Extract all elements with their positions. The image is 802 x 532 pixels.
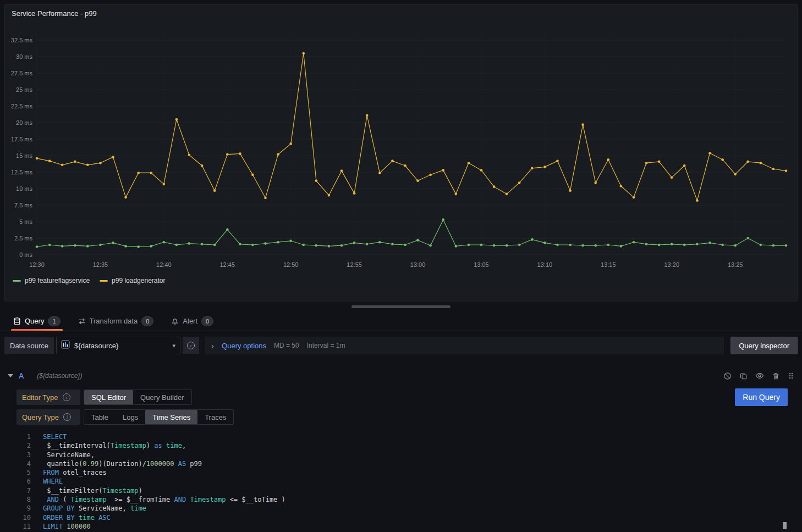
tab-count-badge: 0 bbox=[201, 316, 213, 326]
series-point bbox=[493, 185, 496, 188]
datasource-picker[interactable]: ${datasource} ▾ bbox=[56, 337, 180, 354]
chart-legend: p99 featureflagservice p99 loadgenerator bbox=[5, 276, 797, 284]
panel-header: Service Performance - p99 bbox=[5, 5, 797, 21]
radio-table[interactable]: Table bbox=[84, 410, 116, 424]
tab-transform-data[interactable]: Transform data 0 bbox=[70, 311, 162, 331]
radio-sql-editor[interactable]: SQL Editor bbox=[84, 390, 133, 404]
duplicate-query-button[interactable] bbox=[739, 372, 748, 380]
x-axis-tick-label: 13:20 bbox=[664, 261, 679, 268]
datasource-help-button[interactable]: i bbox=[183, 337, 199, 354]
series-point bbox=[416, 239, 419, 242]
tab-alert[interactable]: Alert 0 bbox=[163, 311, 221, 331]
info-icon: i bbox=[187, 342, 195, 349]
collapse-query-icon[interactable] bbox=[8, 374, 13, 377]
radio-time-series[interactable]: Time Series bbox=[145, 410, 197, 424]
series-point bbox=[708, 242, 711, 244]
series-point bbox=[442, 218, 444, 221]
x-axis-tick-label: 13:25 bbox=[728, 261, 743, 268]
radio-traces[interactable]: Traces bbox=[197, 410, 233, 424]
code-line-content: ORDER BY time ASC bbox=[43, 513, 111, 522]
y-axis-tick-label: 0 ms bbox=[19, 251, 32, 258]
series-point bbox=[429, 174, 432, 177]
tab-count-badge: 1 bbox=[48, 316, 60, 326]
code-line[interactable]: 4 quantile(0.99)(Duration)/1000000 AS p9… bbox=[17, 459, 788, 468]
series-point bbox=[455, 245, 458, 248]
series-point bbox=[480, 244, 483, 246]
code-line[interactable]: 1SELECT bbox=[17, 432, 788, 441]
series-point bbox=[264, 242, 267, 245]
series-point bbox=[61, 164, 64, 167]
y-axis-tick-label: 7.5 ms bbox=[14, 202, 33, 209]
line-number: 5 bbox=[17, 468, 43, 477]
code-line[interactable]: 10ORDER BY time ASC bbox=[17, 513, 788, 522]
series-point bbox=[124, 196, 127, 199]
chevron-down-icon: ▾ bbox=[173, 342, 176, 349]
series-point bbox=[569, 244, 572, 246]
code-line[interactable]: 11LIMIT 100000 bbox=[17, 522, 788, 531]
line-number: 11 bbox=[17, 522, 43, 531]
tab-label: Alert bbox=[183, 317, 197, 325]
series-point bbox=[658, 161, 661, 163]
hide-response-button[interactable] bbox=[755, 371, 764, 380]
query-header: A (${datasource}) bbox=[8, 368, 794, 384]
panel-title[interactable]: Service Performance - p99 bbox=[12, 9, 97, 18]
code-line[interactable]: 5FROM otel_traces bbox=[17, 468, 788, 477]
disable-query-button[interactable] bbox=[723, 372, 732, 380]
run-query-button[interactable]: Run Query bbox=[735, 388, 788, 406]
series-point bbox=[569, 189, 572, 192]
line-number: 3 bbox=[17, 451, 43, 459]
legend-item-featureflagservice[interactable]: p99 featureflagservice bbox=[13, 277, 90, 284]
series-point bbox=[518, 182, 521, 184]
series-point bbox=[468, 244, 470, 246]
series-point bbox=[620, 185, 623, 188]
series-point bbox=[556, 160, 559, 162]
code-line-content: quantile(0.99)(Duration)/1000000 AS p99 bbox=[43, 459, 202, 468]
code-line-content: LIMIT 100000 bbox=[43, 522, 91, 531]
query-options-toggle[interactable]: › Query options MD = 50 Interval = 1m bbox=[205, 337, 724, 354]
series-point bbox=[734, 173, 737, 175]
series-point bbox=[289, 142, 292, 145]
series-point bbox=[506, 244, 508, 247]
code-line[interactable]: 7 $__timeFilter(Timestamp) bbox=[17, 486, 788, 495]
series-point bbox=[239, 243, 241, 246]
sql-editor[interactable]: 1SELECT2 $__timeInterval(Timestamp) as t… bbox=[17, 430, 788, 532]
series-point bbox=[607, 244, 610, 246]
series-point bbox=[150, 245, 153, 248]
series-point bbox=[531, 167, 534, 170]
y-axis-tick-label: 22.5 ms bbox=[11, 103, 33, 109]
code-line[interactable]: 6WHERE bbox=[17, 477, 788, 486]
code-line[interactable]: 9GROUP BY ServiceName, time bbox=[17, 504, 788, 513]
x-axis-tick-label: 13:10 bbox=[537, 261, 553, 268]
radio-logs[interactable]: Logs bbox=[116, 410, 145, 424]
legend-item-loadgenerator[interactable]: p99 loadgenerator bbox=[100, 277, 165, 284]
series-point bbox=[429, 244, 432, 247]
datasource-plugin-icon bbox=[61, 340, 70, 351]
series-point bbox=[366, 243, 369, 246]
code-line-content: FROM otel_traces bbox=[43, 468, 107, 477]
series-point bbox=[251, 174, 254, 177]
code-line[interactable]: 8 AND ( Timestamp >= $__fromTime AND Tim… bbox=[17, 495, 788, 504]
series-point bbox=[201, 164, 204, 167]
x-axis-tick-label: 13:00 bbox=[410, 261, 426, 268]
tab-query[interactable]: Query 1 bbox=[6, 311, 68, 331]
grip-icon bbox=[788, 372, 794, 380]
radio-query-builder[interactable]: Query Builder bbox=[133, 390, 191, 404]
x-axis-tick-label: 12:50 bbox=[283, 261, 299, 268]
remove-query-button[interactable] bbox=[772, 372, 780, 380]
series-point bbox=[226, 228, 229, 231]
code-line[interactable]: 3 ServiceName, bbox=[17, 451, 788, 459]
series-line bbox=[37, 53, 786, 201]
series-point bbox=[188, 154, 191, 157]
series-point bbox=[137, 172, 140, 174]
editor-cursor-marker bbox=[783, 522, 787, 529]
timeseries-chart[interactable]: 0 ms2.5 ms5 ms7.5 ms10 ms12.5 ms15 ms17.… bbox=[5, 21, 797, 276]
series-point bbox=[289, 240, 292, 243]
query-ref-id[interactable]: A bbox=[19, 371, 24, 380]
query-inspector-button[interactable]: Query inspector bbox=[730, 337, 798, 354]
drag-handle[interactable] bbox=[788, 372, 794, 380]
series-point bbox=[303, 52, 305, 55]
horizontal-scrollbar[interactable] bbox=[351, 305, 451, 308]
editor-type-radio-group: SQL Editor Query Builder bbox=[84, 390, 192, 405]
series-point bbox=[468, 162, 470, 164]
code-line[interactable]: 2 $__timeInterval(Timestamp) as time, bbox=[17, 441, 788, 450]
